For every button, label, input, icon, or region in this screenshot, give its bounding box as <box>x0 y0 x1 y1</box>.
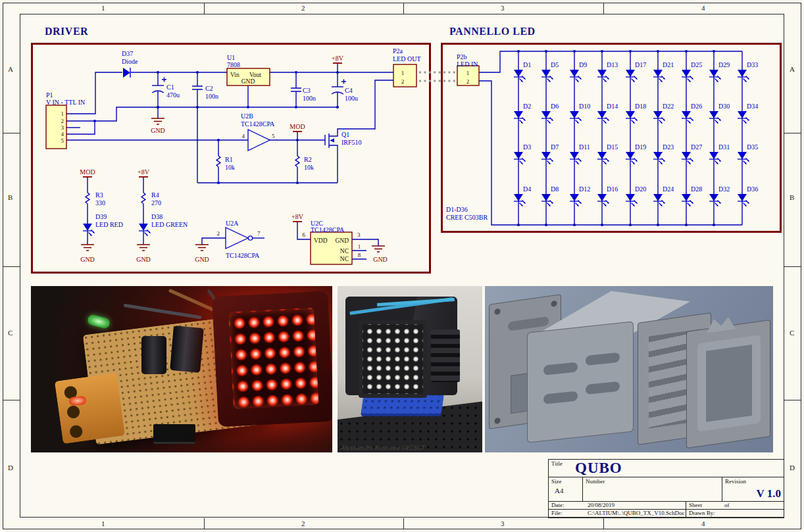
led-label: D15 <box>607 143 618 151</box>
u1-pin-gnd: GND <box>241 78 255 85</box>
date-label: Date: <box>549 502 580 509</box>
net-mod: MOD <box>289 123 305 130</box>
u2c-pin-vdd: VDD <box>314 237 328 244</box>
cad-slot <box>543 391 578 404</box>
led-label: D20 <box>635 185 646 193</box>
file-value: C:\ALTIUM\..\QUBO_TX_V10.SchDoc <box>580 510 686 518</box>
cad-main-box <box>527 321 634 443</box>
u2b-ref: U2B <box>241 112 253 120</box>
p2b-ref: P2b <box>457 53 467 60</box>
date-sheet-row: Date: 20/08/2019 Sheet of <box>549 502 784 510</box>
u1-pin-vout: Vout <box>249 72 261 78</box>
number-label: Number <box>583 477 722 485</box>
led-label: D26 <box>691 103 702 110</box>
revision-label: Revision <box>722 477 784 485</box>
led-label: D36 <box>747 185 758 193</box>
net-8v: +8V <box>332 55 344 62</box>
p1-pin: 1 <box>61 110 64 117</box>
cad-front-bezel <box>686 320 770 448</box>
led-label: D7 <box>551 143 559 151</box>
photo-driver-prototype <box>31 286 332 452</box>
led-label: D31 <box>718 143 730 151</box>
net-mod: MOD <box>80 168 95 176</box>
capacitor-c2 <box>192 86 203 89</box>
gnd-symbol <box>81 245 94 251</box>
led-label: D17 <box>635 61 646 68</box>
q1-desc: IRF510 <box>341 139 362 146</box>
p2b-pin: 1 <box>466 70 470 76</box>
r4-val: 270 <box>151 199 161 206</box>
led-label: D2 <box>523 103 531 110</box>
c2-ref: C2 <box>205 85 213 92</box>
r2-val: 10k <box>304 164 314 171</box>
net-gnd: GND <box>195 256 209 263</box>
green-led <box>87 314 111 329</box>
cad-slot <box>543 362 578 375</box>
date-value: 20/08/2019 <box>580 502 686 509</box>
capacitor <box>170 326 204 373</box>
c4-val: 100u <box>345 95 358 102</box>
led-label: D22 <box>663 103 674 110</box>
drawn-by-label: Drawn By: <box>686 510 715 518</box>
led-matrix: D1 D2 D3 D4 D5 D6 D7 D8 D9 D10 D11 D12 D… <box>514 61 758 206</box>
p2b-desc: LED IN <box>457 60 478 68</box>
connector-p2a-body <box>393 64 416 87</box>
title-row: Title QUBO <box>549 460 784 477</box>
u2a-pin-in: 2 <box>217 230 220 237</box>
u2b-desc: TC1428CPA <box>241 120 275 128</box>
led-label: D25 <box>691 61 702 68</box>
u2c-pin1: 1 <box>358 243 361 250</box>
led-label: D21 <box>663 61 674 68</box>
u2a-pin-out: 7 <box>257 230 261 237</box>
resistor-r2 <box>295 156 299 167</box>
led-label: D11 <box>579 143 590 151</box>
led-label: D9 <box>579 61 587 68</box>
u2c-pin-nc: NC <box>340 248 349 254</box>
led-array <box>228 308 319 410</box>
document-title: QUBO <box>575 460 622 477</box>
p1-ref: P1 <box>46 91 53 99</box>
led-label: D1 <box>523 61 531 68</box>
net-8v: +8V <box>291 213 304 220</box>
p2a-pin: 1 <box>401 70 405 76</box>
net-gnd: GND <box>373 256 388 263</box>
dip-ic <box>153 424 195 444</box>
file-label: File: <box>549 510 580 518</box>
led-array-face <box>359 320 427 398</box>
number-cell: Number <box>583 477 722 501</box>
led-d39 <box>83 224 95 236</box>
capacitor-c1 <box>152 78 166 93</box>
u1-desc: 7808 <box>227 61 240 68</box>
net-gnd: GND <box>80 256 95 263</box>
led-label: D5 <box>551 61 559 68</box>
u2c-desc: TC1428CPA <box>311 226 345 233</box>
d37-desc: Diode <box>122 58 138 65</box>
photo-enclosure-cad <box>485 286 773 452</box>
p2a-ref: P2a <box>393 47 403 55</box>
d38-ref: D38 <box>151 213 163 220</box>
cad-slot <box>508 316 549 331</box>
photo-caption: Alessandro Kosoveu IW3SGT <box>340 445 424 451</box>
c4-ref: C4 <box>345 87 353 94</box>
led-label: D32 <box>718 185 730 193</box>
led-label: D8 <box>551 185 559 193</box>
r3-ref: R3 <box>95 191 103 199</box>
resistor-r4 <box>141 193 145 204</box>
red-led <box>69 396 87 406</box>
resistor-r3 <box>86 193 89 204</box>
r1-val: 10k <box>225 164 235 171</box>
led-panel-glowing <box>212 291 332 427</box>
size-cell: Size A4 <box>549 477 583 501</box>
led-label: D27 <box>691 143 702 151</box>
side-vents <box>431 329 460 382</box>
gnd-symbol <box>137 245 150 251</box>
gnd-symbol <box>195 245 209 251</box>
p2b-pin: 2 <box>466 78 470 85</box>
size-value: A4 <box>549 485 582 495</box>
u2c-pin8: 8 <box>358 252 361 258</box>
sheet-of-label: of <box>724 502 730 509</box>
sheet-cell: Sheet of <box>686 502 784 509</box>
p1-pin: 4 <box>61 131 64 137</box>
u1-ref: U1 <box>227 54 235 61</box>
led-label: D35 <box>747 143 758 151</box>
